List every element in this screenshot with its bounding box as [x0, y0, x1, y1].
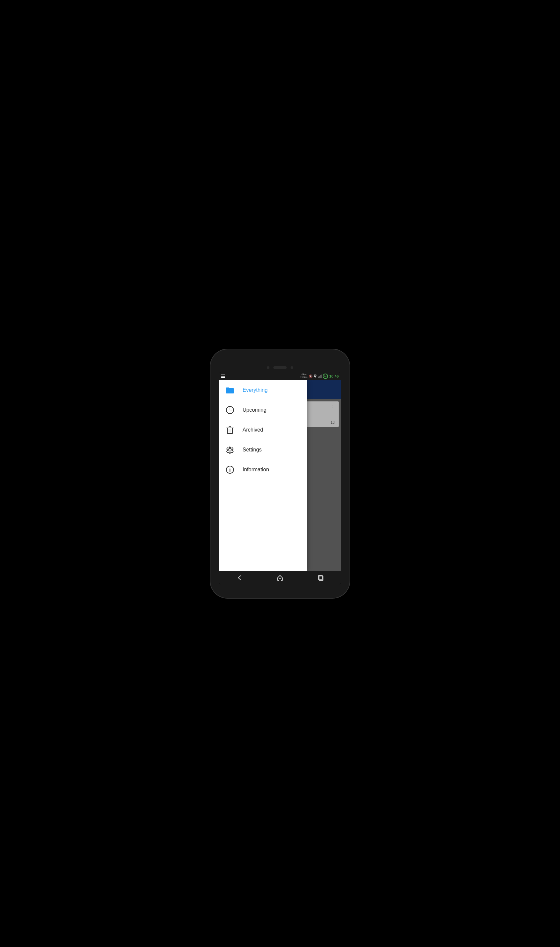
- drawer-label-settings: Settings: [243, 447, 262, 453]
- nav-drawer: Everything Upcoming: [219, 380, 307, 571]
- drawer-item-settings[interactable]: Settings: [219, 440, 307, 460]
- status-bar: 0B/s↕ 225B/s 🔇: [219, 372, 341, 380]
- home-button[interactable]: [275, 573, 285, 583]
- phone-top-hardware: [211, 363, 349, 372]
- phone-device: 0B/s↕ 225B/s 🔇: [211, 350, 349, 598]
- phone-screen: 0B/s↕ 225B/s 🔇: [219, 372, 341, 584]
- drawer-item-archived[interactable]: Archived: [219, 420, 307, 440]
- bottom-navigation: [219, 571, 341, 584]
- speaker: [273, 366, 287, 369]
- hamburger-icon: [222, 374, 225, 378]
- drawer-label-archived: Archived: [243, 427, 263, 433]
- battery-icon: 94: [323, 374, 328, 379]
- recents-button[interactable]: [315, 573, 326, 583]
- trash-icon: [225, 425, 235, 434]
- clock-icon: [225, 405, 235, 415]
- sensor: [291, 366, 293, 369]
- info-icon: [225, 465, 235, 474]
- back-button[interactable]: [234, 573, 245, 583]
- svg-point-11: [230, 467, 231, 468]
- front-camera: [267, 366, 269, 369]
- drawer-item-everything[interactable]: Everything: [219, 380, 307, 400]
- svg-point-8: [229, 448, 231, 451]
- drawer-label-everything: Everything: [243, 387, 268, 393]
- signal-icon: [318, 374, 322, 378]
- drawer-item-upcoming[interactable]: Upcoming: [219, 400, 307, 420]
- drawer-label-upcoming: Upcoming: [243, 407, 266, 413]
- mute-icon: 🔇: [309, 374, 312, 378]
- screen-content: ⋮ 1d Everything: [219, 380, 341, 571]
- folder-icon: [225, 385, 235, 395]
- status-bar-right: 0B/s↕ 225B/s 🔇: [300, 373, 338, 379]
- gear-icon: [225, 445, 235, 454]
- status-bar-left: [222, 374, 226, 378]
- wifi-icon: [314, 374, 317, 378]
- drawer-item-information[interactable]: Information: [219, 460, 307, 480]
- drawer-label-information: Information: [243, 467, 269, 473]
- status-time: 10:46: [329, 374, 338, 378]
- network-speed: 0B/s↕ 225B/s: [300, 373, 308, 379]
